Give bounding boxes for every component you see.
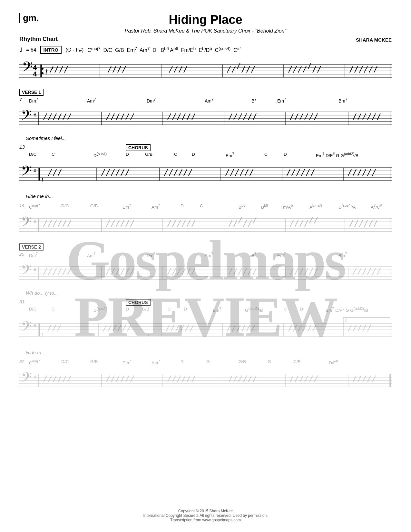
svg-line-246: [367, 268, 371, 275]
svg-line-313: [68, 376, 71, 382]
svg-line-75: [177, 113, 181, 120]
svg-line-292: [308, 325, 311, 331]
svg-line-64: [68, 113, 71, 120]
svg-line-236: [290, 268, 293, 275]
svg-line-66: [106, 113, 110, 120]
chorus2-area: 31 CHORUS D/C C D(sus4) D G/B C D Em7 G(…: [19, 299, 392, 355]
svg-line-21: [118, 66, 121, 73]
svg-line-68: [116, 113, 119, 120]
intro-staff: 𝄢 4 4 𝄽 •: [19, 56, 392, 82]
svg-line-324: [177, 376, 181, 382]
svg-line-83: [243, 113, 247, 120]
svg-text:𝄢: 𝄢: [21, 370, 32, 388]
svg-line-81: [234, 113, 237, 120]
svg-line-343: [353, 376, 356, 382]
svg-text:𝄽: 𝄽: [42, 333, 43, 337]
svg-line-294: [348, 325, 351, 331]
svg-line-209: [48, 268, 52, 275]
svg-line-116: [106, 169, 110, 176]
svg-line-136: [287, 169, 290, 176]
svg-line-145: [358, 169, 361, 176]
subtitle: Pastor Rob, Shara McKee & The POK Sanctu…: [19, 28, 392, 34]
chorus2-staff-block: 𝄢 # 𝄽: [19, 314, 392, 343]
svg-line-197: [369, 220, 372, 227]
svg-line-60: [48, 113, 52, 120]
outro-staff: 𝄢 #: [19, 367, 392, 391]
svg-line-186: [290, 220, 293, 227]
out-chord5: Am7: [152, 359, 160, 365]
svg-line-187: [295, 220, 298, 227]
svg-line-224: [177, 268, 181, 275]
svg-line-296: [358, 325, 361, 331]
svg-line-347: [372, 376, 376, 382]
svg-text:𝄢: 𝄢: [22, 59, 33, 78]
svg-line-238: [300, 268, 303, 275]
svg-line-96: [363, 113, 366, 120]
svg-line-334: [253, 376, 256, 382]
svg-line-63: [63, 113, 66, 120]
svg-line-222: [168, 268, 171, 275]
rhythm-chart-label: Rhythm Chart: [19, 36, 58, 43]
chorus2-measure-num: 31: [19, 299, 25, 304]
svg-line-88: [295, 113, 298, 120]
svg-line-333: [248, 376, 251, 382]
footer-line2: International Copyright Secured. All rig…: [0, 513, 411, 518]
svg-line-225: [182, 268, 185, 275]
svg-line-20: [113, 66, 116, 73]
svg-text:𝄢: 𝄢: [21, 214, 32, 233]
svg-line-295: [353, 325, 356, 331]
svg-line-331: [239, 376, 242, 382]
svg-line-16: [60, 66, 63, 73]
svg-line-38: [298, 66, 301, 73]
svg-text:#: #: [34, 323, 36, 329]
svg-line-172: [168, 220, 171, 227]
svg-line-46: [359, 66, 363, 73]
svg-line-210: [53, 268, 56, 275]
svg-line-37: [293, 66, 297, 73]
svg-line-138: [297, 169, 300, 176]
chorus2-label: CHORUS: [126, 299, 151, 306]
svg-line-241: [314, 268, 318, 275]
svg-line-30: [232, 66, 235, 73]
ch1-chord3: D(sus4): [93, 152, 107, 158]
svg-point-9: [42, 68, 44, 70]
svg-line-198: [374, 220, 377, 227]
svg-line-290: [298, 325, 301, 331]
outro-area: 37 Cmaj7 D/C G/B Em7 Am7 D G G/B G C/E D…: [19, 359, 392, 391]
svg-line-33: [247, 66, 250, 73]
svg-line-162: [63, 220, 66, 227]
svg-text:𝄢: 𝄢: [21, 163, 32, 182]
svg-line-113: [58, 169, 61, 176]
svg-line-190: [309, 217, 313, 223]
svg-line-130: [230, 169, 234, 176]
svg-line-159: [48, 220, 52, 227]
ch1-chord6: C: [174, 152, 177, 157]
br-chord6: D: [181, 203, 184, 208]
svg-line-26: [179, 66, 182, 73]
svg-line-67: [111, 113, 114, 120]
verse2-lyrics: Wh do... ly to...: [26, 290, 392, 296]
outro-chord-row: 37 Cmaj7 D/C G/B Em7 Am7 D G G/B G C/E D…: [19, 359, 392, 366]
svg-line-94: [353, 113, 356, 120]
svg-line-89: [300, 113, 303, 120]
ch1-chord9: C: [264, 152, 268, 157]
ch1-chord1: D/C: [29, 152, 36, 157]
svg-line-118: [116, 169, 119, 176]
svg-line-208: [44, 268, 47, 275]
svg-line-22: [122, 66, 126, 73]
verse2-chord-row: 25 Dm7 Am7 Dm7 Am7 B7 Em7 Bm7: [19, 252, 392, 259]
svg-line-87: [290, 113, 293, 120]
svg-line-315: [106, 376, 110, 382]
svg-line-124: [174, 169, 177, 176]
v1-chord4: Am7: [205, 97, 213, 103]
ch2-chord2: C: [52, 307, 55, 311]
svg-line-31: [237, 63, 240, 69]
svg-line-269: [127, 325, 131, 331]
svg-line-112: [53, 169, 56, 176]
out-chord10: C/E: [293, 359, 301, 364]
footer-line3: Transcription from www.gospelmaps.com: [0, 518, 411, 522]
svg-line-243: [353, 268, 356, 275]
svg-line-177: [192, 220, 195, 227]
tempo-value: = 64: [26, 47, 36, 53]
svg-line-170: [131, 220, 134, 227]
